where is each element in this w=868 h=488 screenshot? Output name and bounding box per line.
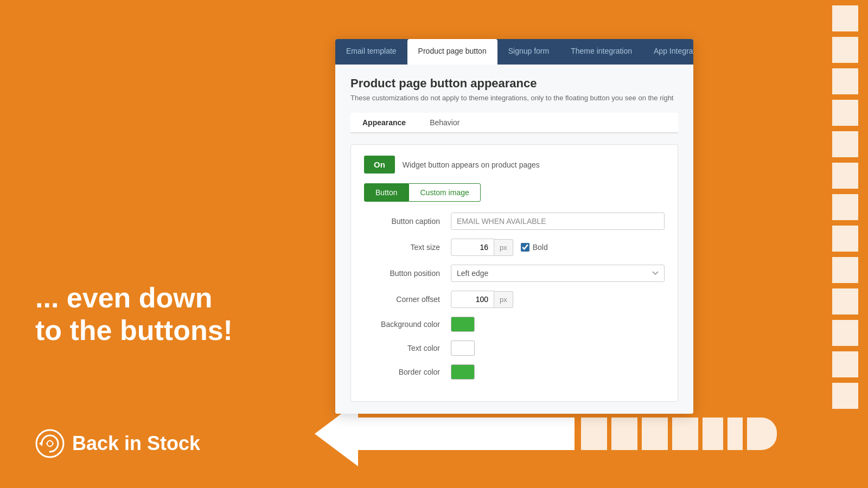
deco-square [832, 351, 858, 377]
border-color-row: Border color [364, 364, 665, 380]
corner-offset-unit: px [494, 291, 513, 308]
background-color-label: Background color [364, 320, 451, 329]
button-position-select[interactable]: Left edge Right edge Bottom left Bottom … [451, 265, 665, 282]
arrow-body [358, 418, 575, 450]
deco-square [832, 194, 858, 220]
toggle-on-button[interactable]: On [364, 156, 395, 174]
bottom-square [611, 418, 637, 450]
deco-square [832, 257, 858, 283]
promo-text: ... even down to the buttons! [35, 282, 233, 347]
corner-offset-label: Corner offset [364, 295, 451, 304]
deco-square [832, 131, 858, 157]
text-size-input[interactable] [451, 239, 494, 256]
deco-square [832, 288, 858, 314]
btn-type-custom-image[interactable]: Custom image [409, 183, 480, 202]
text-color-row: Text color [364, 341, 665, 356]
deco-square [832, 383, 858, 409]
tab-theme-integration[interactable]: Theme integration [560, 39, 643, 65]
button-type-selector: Button Custom image [364, 183, 665, 202]
btn-type-button[interactable]: Button [364, 183, 409, 202]
bottom-square [747, 418, 777, 450]
deco-square [832, 68, 858, 94]
button-position-label: Button position [364, 269, 451, 278]
tab-product-page-button[interactable]: Product page button [407, 39, 497, 65]
text-color-label: Text color [364, 344, 451, 352]
panel-title: Product page button appearance [350, 76, 678, 91]
sub-tab-appearance[interactable]: Appearance [350, 113, 418, 133]
logo-text: Back in Stock [72, 432, 200, 455]
tab-signup-form[interactable]: Signup form [497, 39, 560, 65]
corner-offset-row: Corner offset px [364, 291, 665, 308]
text-size-label: Text size [364, 243, 451, 252]
bottom-square [581, 418, 607, 450]
sub-tab-behavior[interactable]: Behavior [418, 113, 471, 133]
corner-offset-input[interactable] [451, 291, 494, 308]
text-size-unit: px [494, 239, 513, 256]
border-color-swatch[interactable] [451, 364, 475, 380]
tab-email-template[interactable]: Email template [335, 39, 407, 65]
logo: Back in Stock [35, 429, 200, 458]
bottom-square [727, 418, 743, 450]
sub-tab-bar: Appearance Behavior [350, 113, 678, 133]
text-color-swatch[interactable] [451, 341, 475, 356]
panel-subtitle: These customizations do not apply to the… [350, 94, 678, 102]
bold-checkbox-row: Bold [521, 243, 548, 252]
decorative-right-squares [832, 0, 858, 488]
toggle-description: Widget button appears on product pages [403, 160, 540, 169]
deco-square [832, 5, 858, 31]
deco-square [832, 226, 858, 252]
tab-bar: Email template Product page button Signu… [335, 39, 693, 65]
button-caption-row: Button caption [364, 213, 665, 230]
deco-square [832, 100, 858, 126]
background-color-row: Background color [364, 317, 665, 332]
bottom-square [642, 418, 668, 450]
button-caption-label: Button caption [364, 217, 451, 226]
promo-text-line1: ... even down [35, 282, 233, 314]
toggle-row: On Widget button appears on product page… [364, 156, 665, 174]
deco-square [832, 320, 858, 346]
tab-app-integrations[interactable]: App Integrations [643, 39, 693, 65]
bottom-square [672, 418, 698, 450]
logo-icon [35, 429, 65, 458]
deco-square [832, 163, 858, 189]
button-caption-input[interactable] [451, 213, 665, 230]
bold-checkbox[interactable] [521, 243, 529, 252]
text-size-row: Text size px Bold [364, 239, 665, 256]
border-color-label: Border color [364, 368, 451, 376]
form-area: On Widget button appears on product page… [350, 144, 678, 402]
deco-square [832, 37, 858, 63]
svg-point-1 [47, 441, 53, 446]
corner-offset-inputs: px [451, 291, 513, 308]
bold-label: Bold [533, 243, 548, 252]
background-color-swatch[interactable] [451, 317, 475, 332]
main-panel: Email template Product page button Signu… [335, 39, 693, 414]
promo-text-line2: to the buttons! [35, 314, 233, 347]
bottom-squares [581, 418, 777, 450]
text-size-inputs: px Bold [451, 239, 548, 256]
button-position-row: Button position Left edge Right edge Bot… [364, 265, 665, 282]
panel-content: Product page button appearance These cus… [335, 65, 693, 414]
bottom-square [703, 418, 723, 450]
